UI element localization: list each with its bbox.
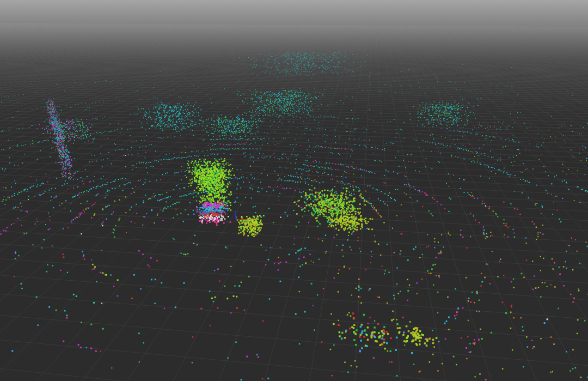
pointcloud-viewport-canvas[interactable] [0,0,588,381]
viewer-root: velodyne [0,0,588,381]
tf-frame-label: velodyne [238,220,251,223]
